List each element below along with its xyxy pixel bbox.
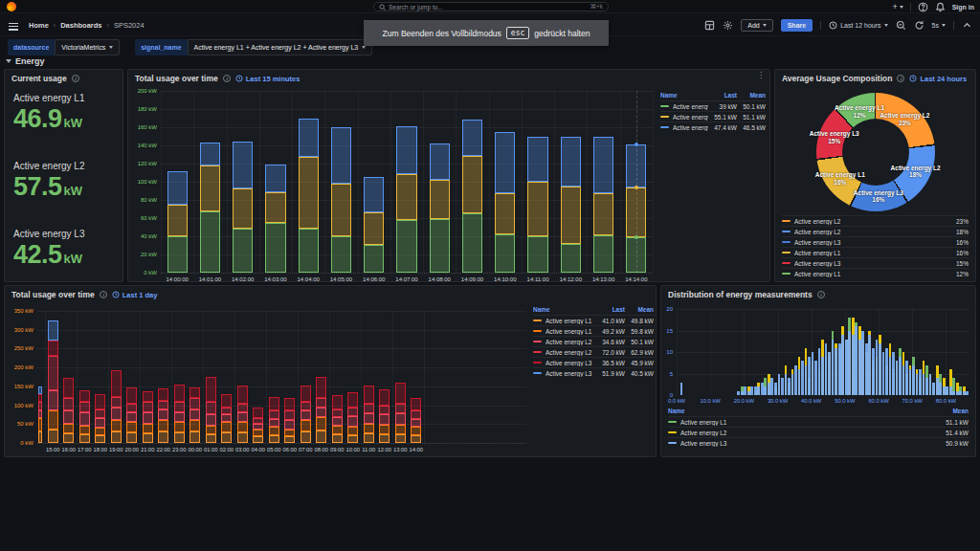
histogram-bar[interactable]	[770, 378, 773, 395]
bar-segment[interactable]	[284, 436, 295, 443]
histogram-bar[interactable]	[680, 383, 683, 396]
legend-row[interactable]: Active energy L151.1 kW	[668, 416, 969, 427]
bar-segment[interactable]	[48, 341, 58, 357]
histogram-bar[interactable]	[889, 357, 892, 396]
bar-segment[interactable]	[265, 192, 285, 222]
bar-segment[interactable]	[48, 430, 58, 443]
bar-segment[interactable]	[206, 377, 216, 402]
histogram-bar[interactable]	[885, 348, 888, 396]
bar-segment[interactable]	[143, 412, 153, 424]
refresh-icon[interactable]	[914, 20, 924, 31]
bar-segment[interactable]	[395, 413, 406, 425]
bar-segment[interactable]	[233, 142, 253, 187]
bar-segment[interactable]	[143, 391, 153, 403]
histogram-bar[interactable]	[835, 348, 837, 396]
histogram-bar[interactable]	[764, 386, 767, 395]
histogram-bar[interactable]	[899, 357, 902, 396]
bar-segment[interactable]	[364, 245, 384, 273]
bar-segment[interactable]	[561, 137, 581, 186]
histogram-bar[interactable]	[838, 343, 841, 395]
bar-segment[interactable]	[332, 417, 343, 426]
bar-segment[interactable]	[174, 385, 185, 402]
histogram-bar[interactable]	[939, 383, 942, 396]
bar-segment[interactable]	[301, 420, 311, 432]
bar-segment[interactable]	[332, 409, 343, 418]
bar-segment[interactable]	[364, 433, 374, 443]
bar-segment[interactable]	[495, 132, 515, 194]
bar-segment[interactable]	[167, 171, 188, 205]
legend-row[interactable]: Active energy L272.0 kW62.9 kW	[533, 346, 654, 357]
bar-segment[interactable]	[174, 402, 185, 412]
histogram-bar[interactable]	[882, 352, 885, 395]
bar-segment[interactable]	[527, 236, 547, 273]
histogram-bar[interactable]	[902, 365, 905, 396]
bar-segment[interactable]	[79, 390, 90, 402]
histogram-bar[interactable]	[754, 386, 757, 395]
bar-segment[interactable]	[111, 397, 122, 408]
bar-segment[interactable]	[379, 434, 390, 443]
legend-row[interactable]: Active energy L141.0 kW49.8 kW	[533, 315, 654, 325]
bar-segment[interactable]	[299, 157, 319, 229]
histogram-bar[interactable]	[774, 383, 777, 396]
bar-segment[interactable]	[158, 409, 168, 419]
histogram-bar[interactable]	[812, 352, 814, 395]
bar-segment[interactable]	[364, 386, 374, 404]
bar-segment[interactable]	[79, 402, 90, 413]
info-icon[interactable]: i	[897, 75, 904, 82]
bar-segment[interactable]	[269, 419, 279, 427]
bar-segment[interactable]	[48, 356, 58, 389]
histogram-bar[interactable]	[794, 365, 797, 396]
bar-segment[interactable]	[38, 410, 42, 418]
bar-segment[interactable]	[95, 428, 105, 435]
bar-segment[interactable]	[126, 432, 137, 443]
bar-segment[interactable]	[63, 410, 74, 424]
bar-segment[interactable]	[299, 119, 319, 158]
histogram-bar[interactable]	[872, 348, 875, 396]
bar-segment[interactable]	[221, 422, 232, 432]
bar-segment[interactable]	[38, 431, 42, 443]
histogram-bar[interactable]	[916, 374, 919, 396]
histogram-bar[interactable]	[929, 374, 932, 396]
legend-row[interactable]: Active energy L116%	[782, 247, 969, 257]
info-icon[interactable]: i	[72, 75, 79, 82]
histogram-bar[interactable]	[781, 378, 784, 395]
bar-segment[interactable]	[253, 418, 263, 424]
histogram-bar[interactable]	[905, 361, 908, 395]
histogram-bar[interactable]	[845, 340, 848, 396]
histogram-bar[interactable]	[737, 391, 740, 396]
bar-segment[interactable]	[206, 434, 216, 443]
histogram-bar[interactable]	[828, 352, 831, 395]
histogram-bar[interactable]	[946, 386, 948, 395]
bar-segment[interactable]	[63, 433, 74, 443]
bar-segment[interactable]	[111, 408, 122, 420]
histogram-bar[interactable]	[919, 369, 922, 395]
bar-segment[interactable]	[411, 419, 421, 427]
bar-segment[interactable]	[143, 433, 153, 443]
bar-segment[interactable]	[95, 394, 105, 409]
panels-icon[interactable]	[704, 20, 715, 31]
bar-segment[interactable]	[233, 229, 253, 273]
histogram-bar[interactable]	[814, 361, 817, 395]
legend-row[interactable]: Active energy L347.4 kW46.5 kW	[660, 121, 766, 132]
bar-segment[interactable]	[237, 412, 248, 422]
bar-segment[interactable]	[316, 408, 326, 418]
bar-segment[interactable]	[221, 414, 232, 422]
bar-segment[interactable]	[284, 410, 295, 420]
bar-segment[interactable]	[63, 398, 74, 411]
bar-segment[interactable]	[143, 402, 153, 412]
bar-segment[interactable]	[189, 431, 200, 443]
histogram-bar[interactable]	[805, 365, 808, 396]
histogram-bar[interactable]	[778, 374, 781, 396]
bar-segment[interactable]	[189, 387, 200, 399]
legend-row[interactable]: Active energy L112%	[782, 268, 969, 278]
bar-segment[interactable]	[316, 377, 326, 398]
bar-segment[interactable]	[411, 398, 421, 410]
bar-segment[interactable]	[48, 320, 58, 341]
histogram-bar[interactable]	[801, 361, 804, 395]
histogram-bar[interactable]	[808, 357, 811, 396]
bar-segment[interactable]	[347, 416, 358, 427]
bar-segment[interactable]	[237, 432, 248, 443]
bar-segment[interactable]	[237, 422, 248, 432]
histogram-bar[interactable]	[841, 335, 844, 395]
bar-segment[interactable]	[200, 143, 220, 165]
